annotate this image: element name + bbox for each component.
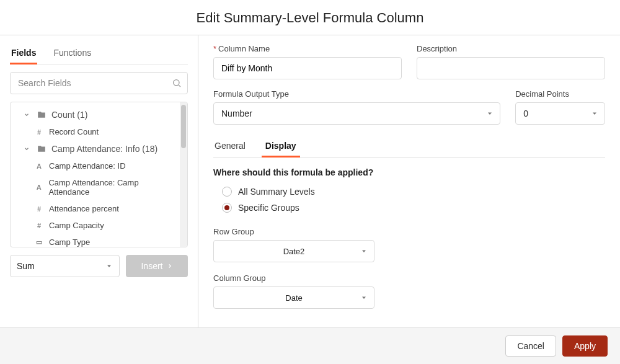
tree-item[interactable]: A Camp Attendance: ID xyxy=(11,158,180,174)
right-tabs: General Display xyxy=(213,135,605,158)
svg-marker-4 xyxy=(593,113,596,115)
row-group-select[interactable]: Date2 xyxy=(213,240,374,262)
tree-group-count[interactable]: Count (1) xyxy=(11,106,180,123)
left-pane: Fields Functions xyxy=(0,35,198,327)
decimal-value: 0 xyxy=(523,109,528,118)
tree-group-label: Camp Attendance: Info (18) xyxy=(51,144,157,154)
number-icon: # xyxy=(34,128,44,136)
svg-marker-2 xyxy=(107,265,111,268)
tab-general[interactable]: General xyxy=(213,135,247,157)
row-group-value: Date2 xyxy=(283,247,305,256)
output-type-select[interactable]: Number xyxy=(213,102,500,125)
aggregate-select[interactable]: Sum xyxy=(10,255,120,277)
chevron-down-icon xyxy=(360,294,368,301)
insert-button[interactable]: Insert xyxy=(126,255,188,277)
tree-item[interactable]: # Record Count xyxy=(11,123,180,140)
chevron-down-icon xyxy=(22,112,32,118)
tree-item[interactable]: # Attendance percent xyxy=(11,200,180,217)
number-icon: # xyxy=(34,205,44,213)
column-name-input[interactable] xyxy=(213,57,402,79)
tree-group-label: Count (1) xyxy=(51,110,87,120)
decimal-label: Decimal Points xyxy=(515,89,605,99)
decimal-select[interactable]: 0 xyxy=(515,102,605,125)
description-input[interactable] xyxy=(417,57,605,79)
page-title: Edit Summary-Level Formula Column xyxy=(0,10,620,26)
scrollbar-thumb[interactable] xyxy=(181,105,186,148)
svg-marker-5 xyxy=(362,251,366,253)
chevron-down-icon xyxy=(105,262,113,270)
svg-marker-3 xyxy=(488,113,492,115)
chevron-down-icon xyxy=(22,146,32,152)
svg-point-0 xyxy=(174,80,179,86)
insert-label: Insert xyxy=(141,261,162,271)
radio-icon xyxy=(222,203,232,213)
field-tree[interactable]: Count (1) # Record Count Camp Attenda xyxy=(11,102,180,247)
apply-button[interactable]: Apply xyxy=(562,335,608,357)
tree-item-label: Record Count xyxy=(49,127,99,136)
description-label: Description xyxy=(417,44,605,53)
chevron-down-icon xyxy=(486,110,494,117)
column-name-label: *Column Name xyxy=(213,44,402,53)
output-type-label: Formula Output Type xyxy=(213,89,500,99)
column-group-label: Column Group xyxy=(213,273,605,283)
radio-label: Specific Groups xyxy=(238,203,299,213)
column-group-select[interactable]: Date xyxy=(213,286,374,309)
search-input[interactable] xyxy=(10,72,188,94)
svg-marker-6 xyxy=(362,297,366,300)
cancel-button[interactable]: Cancel xyxy=(505,335,556,357)
radio-specific-groups[interactable]: Specific Groups xyxy=(213,200,605,216)
modal-footer: Cancel Apply xyxy=(0,327,620,364)
text-icon: A xyxy=(34,184,43,191)
tree-item-label: Attendance percent xyxy=(49,204,119,213)
column-group-value: Date xyxy=(285,293,302,303)
apply-question: Where should this formula be applied? xyxy=(213,167,605,177)
svg-line-1 xyxy=(179,85,180,87)
tab-display[interactable]: Display xyxy=(264,135,298,157)
chevron-down-icon xyxy=(591,110,598,117)
tree-item-label: Camp Type xyxy=(49,237,90,247)
radio-icon xyxy=(222,187,232,197)
tree-item-label: Camp Attendance: ID xyxy=(49,161,126,171)
row-group-label: Row Group xyxy=(213,227,605,236)
radio-label: All Summary Levels xyxy=(238,187,315,197)
tree-item[interactable]: A Camp Attendance: Camp Attendance xyxy=(11,174,180,200)
right-pane: *Column Name Description Formula Output … xyxy=(198,35,620,327)
folder-icon xyxy=(37,110,46,119)
number-icon: # xyxy=(34,222,44,229)
chevron-down-icon xyxy=(360,247,368,255)
tree-item[interactable]: ▭ Camp Type xyxy=(11,234,180,247)
picklist-icon: ▭ xyxy=(34,238,44,246)
search-icon xyxy=(172,78,182,88)
tab-fields[interactable]: Fields xyxy=(10,44,37,64)
tab-functions[interactable]: Functions xyxy=(52,44,92,64)
tree-item-label: Camp Capacity xyxy=(49,221,104,230)
text-icon: A xyxy=(34,162,44,170)
tree-item[interactable]: # Camp Capacity xyxy=(11,217,180,234)
radio-all-levels[interactable]: All Summary Levels xyxy=(213,184,605,200)
left-tabs: Fields Functions xyxy=(10,44,188,64)
tree-group-camp[interactable]: Camp Attendance: Info (18) xyxy=(11,140,180,158)
output-type-value: Number xyxy=(221,109,252,118)
scrollbar[interactable] xyxy=(180,102,187,247)
tree-item-label: Camp Attendance: Camp Attendance xyxy=(48,178,176,197)
aggregate-value: Sum xyxy=(17,261,35,271)
chevron-right-icon xyxy=(167,263,173,269)
folder-icon xyxy=(37,144,46,153)
